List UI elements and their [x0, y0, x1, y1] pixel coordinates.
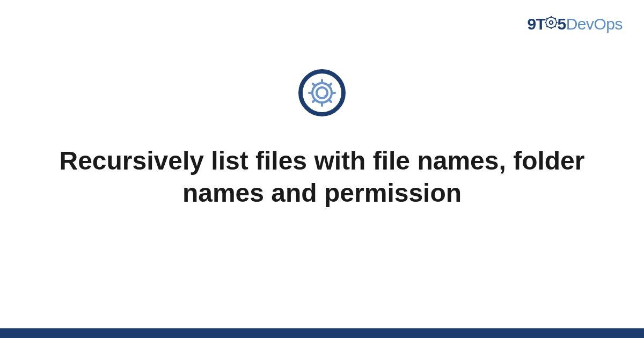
svg-point-13 — [325, 95, 327, 98]
svg-point-2 — [301, 71, 343, 114]
svg-point-0 — [550, 21, 553, 25]
svg-point-1 — [546, 17, 557, 28]
footer-bar — [0, 328, 644, 338]
logo-middle: 5 — [557, 15, 566, 33]
logo-prefix: 9T — [527, 15, 545, 33]
page-title: Recursively list files with file names, … — [32, 145, 612, 209]
logo-suffix: DevOps — [566, 15, 623, 33]
svg-point-12 — [312, 83, 332, 102]
logo-gear-icon — [544, 15, 558, 33]
site-logo: 9T 5DevOps — [527, 15, 623, 34]
hero-gear-icon — [298, 69, 346, 117]
